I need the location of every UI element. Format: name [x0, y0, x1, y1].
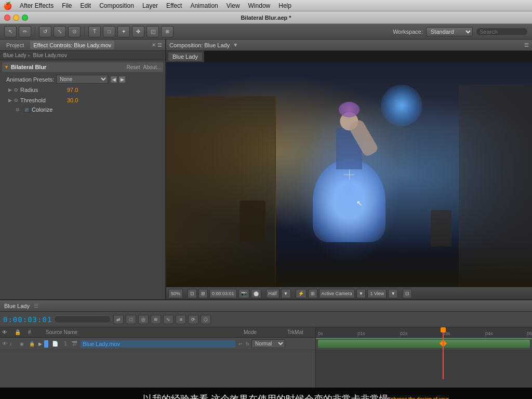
presets-select[interactable]: None: [56, 75, 108, 84]
preset-prev-button[interactable]: ◀: [110, 76, 117, 83]
tool-clone[interactable]: ✤: [132, 26, 144, 37]
ruler-tick-0: [318, 334, 318, 337]
fast-preview-button[interactable]: ⚡: [296, 289, 307, 298]
radius-value[interactable]: 97.0: [67, 87, 78, 93]
tool-shape[interactable]: □: [103, 26, 115, 37]
tl-btn-render[interactable]: ⬡: [201, 315, 211, 324]
tool-scale[interactable]: ⤡: [54, 26, 66, 37]
comp-view: Blue Lady: [166, 51, 532, 287]
quality-select[interactable]: Half: [266, 289, 280, 298]
layer-name[interactable]: Blue Lady.mov: [81, 340, 235, 348]
radius-stopwatch-icon[interactable]: ⊙: [14, 87, 18, 92]
timeline-tab[interactable]: Blue Lady: [4, 303, 30, 309]
menu-composition[interactable]: Composition: [96, 1, 138, 10]
tool-pen[interactable]: ✏: [19, 26, 31, 37]
watermark: Enhance the design of yourRenrensucai.co…: [388, 396, 449, 399]
menu-window[interactable]: Window: [245, 1, 274, 10]
threshold-label: Threshold: [20, 97, 67, 103]
menu-file[interactable]: File: [58, 1, 75, 10]
main-layout: Project Effect Controls: Blue Lady.mov ✕…: [0, 39, 532, 299]
tl-btn-solo[interactable]: ◎: [138, 315, 149, 324]
menu-view[interactable]: View: [223, 1, 244, 10]
tl-btn-graph[interactable]: ∿: [163, 315, 174, 324]
view-dropdown[interactable]: ▼: [356, 289, 366, 298]
workspace-select[interactable]: Standard: [426, 27, 473, 36]
tl-btn-newcomp[interactable]: □: [126, 315, 136, 324]
close-button[interactable]: [4, 15, 10, 21]
effect-reset-button[interactable]: Reset: [126, 64, 140, 70]
comp-active-tab[interactable]: Blue Lady: [168, 52, 202, 61]
ruler-tick-1: [357, 334, 358, 337]
timeline-controls: 0:00:03:01 ⇌ □ ◎ ≋ ∿ ≡ ⟳ ⬡: [0, 312, 532, 327]
tl-btn-loop[interactable]: ⟳: [188, 315, 198, 324]
tl-btn-arrows[interactable]: ⇌: [113, 315, 124, 324]
zoom-button[interactable]: 50%: [168, 289, 183, 298]
tab-effect-controls[interactable]: Effect Controls: Blue Lady.mov: [30, 41, 114, 49]
transparency-button[interactable]: ⊞: [198, 289, 208, 298]
playhead[interactable]: [443, 327, 444, 379]
breadcrumb-layer: Blue Lady.mov: [33, 52, 66, 58]
tool-rotate[interactable]: ↺: [39, 26, 51, 37]
tool-eraser[interactable]: ◫: [147, 26, 159, 37]
tool-camera[interactable]: ⊙: [68, 26, 81, 37]
timeline-header: Blue Lady ☰: [0, 300, 532, 312]
tab-project[interactable]: Project: [3, 41, 27, 49]
view-count-select[interactable]: 1 View: [367, 289, 387, 298]
layer-parent-icon[interactable]: ↩: [238, 341, 243, 347]
menu-help[interactable]: Help: [275, 1, 295, 10]
timeline-options[interactable]: ☰: [34, 303, 38, 309]
layer-expand-icon[interactable]: ▶: [38, 341, 42, 347]
viewer-quality-button[interactable]: ⊡: [188, 289, 197, 298]
maximize-button[interactable]: [22, 15, 28, 21]
comp-tabs-bar: Blue Lady: [166, 51, 204, 62]
tool-text[interactable]: T: [88, 26, 101, 37]
timecode-display[interactable]: 0:00:03:01: [209, 289, 237, 298]
snapshot-button[interactable]: 📷: [238, 289, 249, 298]
layer-mode-select[interactable]: Normal: [251, 339, 285, 348]
threshold-expand-icon[interactable]: ▶: [8, 98, 12, 103]
minimize-button[interactable]: [13, 15, 19, 21]
animation-presets-row: Animation Presets: None ◀ ▶: [2, 74, 163, 85]
comp-dropdown-icon[interactable]: ▼: [233, 42, 238, 48]
layer-fx-icon[interactable]: fx: [246, 341, 249, 347]
comp-panel-header: Composition: Blue Lady ▼ ☰: [166, 39, 532, 51]
colorize-checkbox[interactable]: ✓: [24, 107, 30, 113]
comp-panel-options[interactable]: ☰: [524, 42, 529, 48]
tl-btn-motion[interactable]: ≋: [151, 315, 161, 324]
timeline-search[interactable]: [54, 315, 111, 323]
effect-expand-icon[interactable]: ▼: [4, 64, 9, 70]
colorize-stopwatch-icon[interactable]: ⊙: [16, 107, 20, 112]
layer-solo-icon[interactable]: ◉: [20, 341, 27, 347]
toolbar-search[interactable]: [476, 28, 528, 36]
layer-eye-icon[interactable]: 👁: [2, 341, 7, 347]
menu-edit[interactable]: Edit: [76, 1, 95, 10]
view-select[interactable]: Active Camera: [319, 289, 355, 298]
layer-audio-icon[interactable]: ♪: [9, 341, 18, 347]
menu-animation[interactable]: Animation: [187, 1, 221, 10]
workspace-area: Workspace: Standard: [393, 27, 528, 36]
threshold-stopwatch-icon[interactable]: ⊙: [14, 98, 18, 103]
tool-select[interactable]: ↖: [4, 26, 17, 37]
menu-after-effects[interactable]: After Effects: [16, 1, 57, 10]
view-count-dropdown[interactable]: ▼: [388, 289, 398, 298]
playhead-handle[interactable]: [441, 327, 446, 332]
menu-layer[interactable]: Layer: [139, 1, 162, 10]
quality-dropdown[interactable]: ▼: [281, 289, 291, 298]
apple-menu[interactable]: 🍎: [3, 2, 12, 10]
color-button[interactable]: ⬤: [251, 289, 261, 298]
layer-video-icon: 🎬: [71, 341, 77, 347]
render-button[interactable]: ⊡: [403, 289, 412, 298]
layer-track-bar[interactable]: [318, 340, 530, 348]
breadcrumb: Blue Lady ▸ Blue Lady.mov: [0, 51, 165, 60]
effect-about-button[interactable]: About...: [143, 64, 161, 70]
tool-paint[interactable]: ✦: [117, 26, 130, 37]
preset-next-button[interactable]: ▶: [118, 76, 126, 83]
threshold-value[interactable]: 30.0: [67, 97, 78, 103]
grid-button[interactable]: ⊞: [308, 289, 317, 298]
tool-roto[interactable]: ⊗: [161, 26, 174, 37]
radius-expand-icon[interactable]: ▶: [8, 87, 12, 92]
panel-close-icon[interactable]: ✕ ☰: [152, 42, 162, 48]
layer-lock-icon[interactable]: 🔒: [29, 341, 35, 347]
menu-effect[interactable]: Effect: [163, 1, 185, 10]
tl-btn-flow[interactable]: ≡: [176, 315, 186, 324]
